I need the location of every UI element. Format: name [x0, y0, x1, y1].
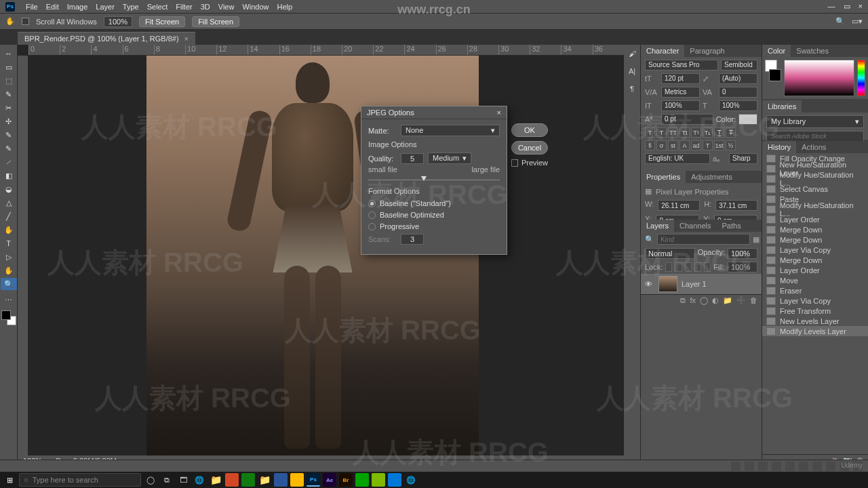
- cortana-icon[interactable]: ◯: [144, 473, 157, 487]
- ot-ordinals-button[interactable]: ad: [691, 140, 701, 150]
- workspace-switcher-icon[interactable]: ▭▾: [852, 17, 863, 26]
- layer-visibility-icon[interactable]: 👁: [645, 280, 654, 288]
- menu-filter[interactable]: Filter: [176, 3, 192, 11]
- blend-mode-select[interactable]: Normal: [645, 248, 695, 259]
- leading-field[interactable]: (Auto): [719, 73, 757, 84]
- tab-paragraph[interactable]: Paragraph: [684, 45, 730, 57]
- history-item[interactable]: Layer Order: [762, 265, 868, 275]
- menu-layer[interactable]: Layer: [96, 3, 115, 11]
- baseline-optimized-radio[interactable]: Baseline Optimized: [368, 211, 500, 219]
- antialias-select[interactable]: Sharp: [729, 153, 757, 164]
- link-layers-icon[interactable]: ⧉: [680, 296, 686, 305]
- color-bg-swatch[interactable]: [769, 69, 781, 81]
- quality-preset-select[interactable]: Medium▾: [428, 152, 471, 164]
- document-tab[interactable]: BPR_Render.PSD @ 100% (Layer 1, RGB/8#) …: [18, 32, 195, 45]
- lock-pixels-icon[interactable]: [675, 262, 682, 272]
- ok-button[interactable]: OK: [511, 123, 548, 137]
- superscript-button[interactable]: T¹: [691, 127, 701, 138]
- kerning-field[interactable]: Metrics: [661, 87, 700, 98]
- window-min-icon[interactable]: —: [828, 2, 835, 11]
- fit-screen-button[interactable]: Fit Screen: [139, 16, 185, 27]
- strike-button[interactable]: T̶: [726, 127, 736, 138]
- taskbar-app-icon[interactable]: [388, 473, 401, 487]
- marquee-tool-icon[interactable]: ▭: [1, 61, 17, 73]
- status-icon[interactable]: [758, 462, 768, 471]
- move-tool-icon[interactable]: ↔: [1, 47, 17, 60]
- edge-icon[interactable]: 🌐: [193, 473, 206, 487]
- menu-image[interactable]: Image: [67, 3, 88, 11]
- dialog-close-icon[interactable]: ×: [497, 108, 501, 117]
- status-icon[interactable]: [812, 462, 822, 471]
- allcaps-button[interactable]: TT: [668, 127, 678, 138]
- fill-screen-button[interactable]: Fill Screen: [192, 16, 239, 27]
- layer-group-icon[interactable]: 📁: [723, 296, 732, 305]
- preview-checkbox[interactable]: Preview: [511, 159, 548, 167]
- eyedropper-tool-icon[interactable]: ✢: [1, 115, 17, 127]
- history-item[interactable]: Layer Via Copy: [762, 245, 868, 255]
- filter-pixel-icon[interactable]: ▦: [753, 235, 760, 244]
- explorer-icon[interactable]: [258, 473, 271, 487]
- foreground-color-swatch[interactable]: [1, 310, 11, 320]
- brush-panel-icon[interactable]: 🖌: [626, 47, 638, 60]
- taskbar-app-icon[interactable]: [355, 473, 369, 487]
- bold-button[interactable]: T: [645, 127, 655, 138]
- history-item[interactable]: Merge Down: [762, 235, 868, 245]
- explorer-icon[interactable]: [209, 473, 222, 487]
- status-icon[interactable]: [785, 462, 795, 471]
- eraser-tool-icon[interactable]: ◒: [1, 183, 17, 195]
- tab-libraries[interactable]: Libraries: [762, 100, 802, 113]
- font-size-field[interactable]: 120 pt: [661, 73, 700, 84]
- lock-all-icon[interactable]: [704, 262, 711, 272]
- color-swatches[interactable]: [1, 310, 16, 325]
- history-brush-tool-icon[interactable]: ◧: [1, 169, 17, 182]
- tab-character[interactable]: Character: [641, 45, 684, 57]
- magic-wand-tool-icon[interactable]: ✎: [1, 88, 17, 100]
- tab-properties[interactable]: Properties: [641, 171, 686, 183]
- status-icon[interactable]: [772, 462, 781, 471]
- crop-tool-icon[interactable]: ✂: [1, 102, 17, 114]
- stamp-tool-icon[interactable]: ⟋: [1, 156, 17, 168]
- smallcaps-button[interactable]: Tt: [679, 127, 690, 138]
- vscale-field[interactable]: 100%: [661, 100, 700, 111]
- status-icon[interactable]: [745, 462, 754, 471]
- color-picker-field[interactable]: [784, 60, 854, 96]
- menu-select[interactable]: Select: [147, 3, 168, 11]
- menu-edit[interactable]: Edit: [46, 3, 59, 11]
- library-select[interactable]: My Library▾: [766, 115, 864, 128]
- aftereffects-taskbar-icon[interactable]: Ae: [323, 473, 336, 487]
- history-item[interactable]: Layer Via Copy: [762, 296, 868, 306]
- tab-history[interactable]: History: [762, 141, 796, 153]
- layer-name[interactable]: Layer 1: [682, 280, 707, 288]
- text-color-swatch[interactable]: [738, 114, 757, 125]
- menu-help[interactable]: Help: [277, 3, 293, 11]
- taskbar-app-icon[interactable]: [274, 473, 288, 487]
- bridge-taskbar-icon[interactable]: Br: [339, 473, 353, 487]
- history-item[interactable]: Modify Hue/Saturation L...: [762, 174, 868, 184]
- hand-tool-icon[interactable]: 🔍: [1, 278, 17, 290]
- menu-file[interactable]: File: [26, 3, 38, 11]
- lasso-tool-icon[interactable]: ⬚: [1, 75, 17, 87]
- history-item[interactable]: Modify Levels Layer: [762, 326, 868, 336]
- tab-actions[interactable]: Actions: [796, 141, 831, 153]
- paragraph-panel-icon[interactable]: ¶: [626, 83, 638, 95]
- menu-type[interactable]: Type: [123, 3, 139, 11]
- blur-tool-icon[interactable]: ╱: [1, 210, 17, 222]
- layer-row[interactable]: 👁 Layer 1: [641, 274, 762, 294]
- history-item[interactable]: Merge Down: [762, 255, 868, 265]
- document-tab-close-icon[interactable]: ×: [184, 35, 189, 43]
- height-field[interactable]: 37.11 cm: [715, 200, 757, 211]
- status-icon[interactable]: [799, 462, 808, 471]
- opacity-field[interactable]: 100%: [728, 248, 757, 259]
- taskbar-app-icon[interactable]: [372, 473, 385, 487]
- baseline-standard-radio[interactable]: Baseline ("Standard"): [368, 199, 500, 207]
- history-item[interactable]: New Levels Layer: [762, 316, 868, 326]
- delete-layer-icon[interactable]: 🗑: [750, 296, 757, 305]
- menu-window[interactable]: Window: [242, 3, 269, 11]
- type-tool-icon[interactable]: ▷: [1, 251, 17, 263]
- ot-fi-button[interactable]: fi: [645, 140, 655, 150]
- search-icon[interactable]: 🔍: [835, 17, 845, 26]
- history-item[interactable]: Free Transform: [762, 306, 868, 316]
- adjustment-layer-icon[interactable]: ◐: [712, 296, 719, 305]
- gradient-tool-icon[interactable]: △: [1, 197, 17, 209]
- filter-kind-icon[interactable]: 🔍: [645, 235, 654, 244]
